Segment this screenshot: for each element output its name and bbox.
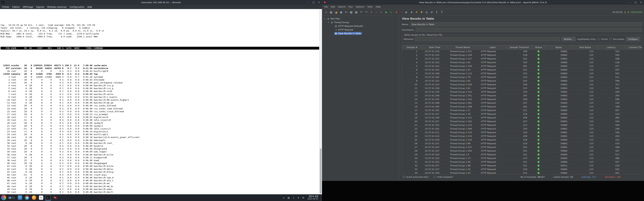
table-row[interactable]: 33 10:37:41.327 Thread Group 1-34 HTTP R…: [402, 168, 642, 171]
table-row[interactable]: 5 10:37:41.323 Thread Group 1-159 HTTP R…: [402, 64, 642, 68]
task-konsole[interactable]: >_: [45, 195, 51, 201]
scroll-automatically-checkbox[interactable]: [403, 176, 405, 178]
table-row[interactable]: 15 10:37:41.586 Thread Group 1-391 HTTP …: [402, 101, 642, 105]
task-firefox[interactable]: [31, 195, 37, 201]
remote-start-all-icon[interactable]: ▶: [404, 10, 409, 14]
collapse-all-icon[interactable]: −: [374, 10, 379, 14]
minimize-button[interactable]: –: [628, 1, 632, 4]
function-helper-icon[interactable]: ƒ: [434, 10, 439, 14]
table-row[interactable]: 24 10:37:41.414 Thread Group 1-219 HTTP …: [402, 134, 642, 138]
table-row[interactable]: 25 10:37:41.529 Thread Group 1-334 HTTP …: [402, 138, 642, 142]
close-button[interactable]: ×: [317, 1, 321, 4]
menu-item[interactable]: Signets: [35, 5, 46, 9]
table-row[interactable]: 26 10:37:41.321 Thread Group 1-89 HTTP R…: [402, 142, 642, 145]
table-row[interactable]: 31 10:37:41.322 Thread Group 1-46 HTTP R…: [402, 160, 642, 164]
column-header[interactable]: Start Time: [422, 45, 447, 50]
filename-input[interactable]: [415, 37, 560, 41]
tree-expander-icon[interactable]: ▾: [324, 17, 326, 20]
column-header[interactable]: Sample #: [402, 45, 422, 50]
menu-item[interactable]: File: [323, 5, 330, 9]
comments-input[interactable]: [416, 28, 642, 32]
templates-icon[interactable]: ▤: [329, 10, 334, 14]
menu-item[interactable]: Aide: [86, 5, 94, 9]
tray-expander-icon[interactable]: ∧: [282, 197, 285, 199]
close-button[interactable]: ×: [639, 1, 643, 4]
konsole-titlebar[interactable]: >_ (samuela) 192.168.56.34 — Konsole – □…: [0, 0, 322, 5]
name-input[interactable]: [410, 22, 642, 26]
start-icon[interactable]: ▶: [384, 10, 389, 14]
desktop-1[interactable]: [8, 197, 12, 199]
menu-item[interactable]: Help: [374, 5, 382, 9]
table-row[interactable]: 23 10:37:41.511 Thread Group 1-316 HTTP …: [402, 131, 642, 134]
terminal-output[interactable]: top - 14:43:19 up 54 min, 1 user, load a…: [0, 9, 319, 194]
table-row[interactable]: 10 10:37:41.513 Thread Group 1-318 HTTP …: [402, 83, 642, 86]
column-header[interactable]: Sent Bytes: [572, 45, 598, 50]
tree-item-http-request-defaults[interactable]: ▤ HTTP Request Defaults: [322, 24, 399, 28]
menu-item[interactable]: Search: [336, 5, 347, 9]
column-header[interactable]: Bytes: [546, 45, 572, 50]
table-row[interactable]: 16 10:37:41.383 Thread Group 1-188 HTTP …: [402, 105, 642, 109]
successes-checkbox[interactable]: [609, 38, 612, 40]
table-row[interactable]: 11 10:37:41.328 Thread Group 1-81 HTTP R…: [402, 86, 642, 90]
clock[interactable]: 10 h 43 2025-09-23: [308, 195, 318, 200]
table-row[interactable]: 1 10:37:41.516 Thread Group 1-321 HTTP R…: [402, 50, 642, 53]
menu-item[interactable]: Tools: [366, 5, 374, 9]
child-samples-checkbox[interactable]: [433, 176, 436, 178]
column-header[interactable]: Thread Name: [447, 45, 478, 50]
menu-item[interactable]: Edit: [330, 5, 336, 9]
clipboard-icon[interactable]: ▤: [287, 197, 290, 199]
show-desktop-button[interactable]: [320, 194, 322, 201]
table-row[interactable]: 18 10:37:41.327 Thread Group 1-78 HTTP R…: [402, 112, 642, 116]
paste-icon[interactable]: ▥: [354, 10, 358, 14]
jmeter-titlebar[interactable]: View Results in Table.jmx (/home/samuela…: [322, 0, 644, 5]
menu-item[interactable]: Modules externes: [46, 5, 68, 9]
table-row[interactable]: 28 10:37:41.327 Thread Group 1-200 HTTP …: [402, 149, 642, 153]
application-launcher-button[interactable]: [1, 195, 6, 200]
menu-item[interactable]: Options: [354, 5, 366, 9]
browse-button[interactable]: Browse...: [562, 37, 576, 41]
tree-item-thread-group[interactable]: ▾ ◉ Thread Group: [322, 20, 399, 24]
configure-button[interactable]: Configure: [626, 37, 640, 41]
column-header[interactable]: Connect Time(ms): [624, 45, 642, 50]
menu-item[interactable]: Fichier: [1, 5, 11, 9]
tree-item-http-request[interactable]: → HTTP Request: [322, 28, 399, 31]
search-reset-icon[interactable]: ⊘: [429, 10, 434, 14]
search-icon[interactable]: ◎: [424, 10, 429, 14]
tree-item-view-results-in-table[interactable]: ▦ View Results in Table: [322, 31, 399, 35]
task-jmeter[interactable]: [52, 195, 58, 201]
table-row[interactable]: 19 10:37:41.336 Thread Group 1-141 HTTP …: [402, 116, 642, 120]
volume-icon[interactable]: ♪: [292, 197, 295, 199]
new-file-icon[interactable]: □: [324, 10, 328, 14]
column-header[interactable]: Latency: [598, 45, 624, 50]
open-file-icon[interactable]: ◪: [334, 10, 338, 14]
table-row[interactable]: 22 10:37:41.591 Thread Group 1-396 HTTP …: [402, 127, 642, 131]
table-row[interactable]: 7 10:37:41.328 Thread Group 1-113 HTTP R…: [402, 72, 642, 75]
menu-item[interactable]: Run: [347, 5, 354, 9]
table-row[interactable]: 32 10:37:41.327 Thread Group 1-98 HTTP R…: [402, 164, 642, 168]
table-row[interactable]: 20 10:37:41.327 Thread Group 1-192 HTTP …: [402, 120, 642, 123]
menu-item[interactable]: Édition: [11, 5, 22, 9]
menu-item[interactable]: Affichage: [21, 5, 34, 9]
table-row[interactable]: 17 10:37:41.332 Thread Group 1-27 HTTP R…: [402, 109, 642, 112]
column-header[interactable]: Sample Time(ms): [507, 45, 532, 50]
clear-icon[interactable]: ✗: [414, 10, 419, 14]
menu-item[interactable]: Configuration: [68, 5, 86, 9]
toggle-icon[interactable]: ◐: [379, 10, 384, 14]
maximize-button[interactable]: □: [312, 1, 315, 4]
table-row[interactable]: 6 10:37:41.322 Thread Group 1-23 HTTP Re…: [402, 68, 642, 72]
tree-item-test-plan[interactable]: ▾ ◈ Test Plan: [322, 17, 399, 20]
desktop-2[interactable]: [12, 197, 15, 199]
copy-icon[interactable]: ▨: [349, 10, 354, 14]
table-row[interactable]: 2 10:37:41.325 Thread Group 1-104 HTTP R…: [402, 53, 642, 57]
table-row[interactable]: 13 10:37:41.546 Thread Group 1-351 HTTP …: [402, 94, 642, 97]
table-row[interactable]: 8 10:37:41.320 Thread Group 1-79 HTTP Re…: [402, 75, 642, 79]
save-icon[interactable]: ▣: [339, 10, 344, 14]
maximize-button[interactable]: □: [634, 1, 637, 4]
tree-expander-icon[interactable]: ▾: [327, 21, 330, 23]
table-row[interactable]: 9 10:37:41.322 Thread Group 1-65 HTTP Re…: [402, 79, 642, 83]
log-warning-icon[interactable]: ⚠: [624, 11, 626, 14]
help-icon[interactable]: ?: [440, 10, 444, 14]
stop-icon[interactable]: ■: [394, 10, 399, 14]
minimize-button[interactable]: –: [306, 1, 310, 4]
table-row[interactable]: 4 10:37:41.322 Thread Group 1-42 HTTP Re…: [402, 61, 642, 64]
